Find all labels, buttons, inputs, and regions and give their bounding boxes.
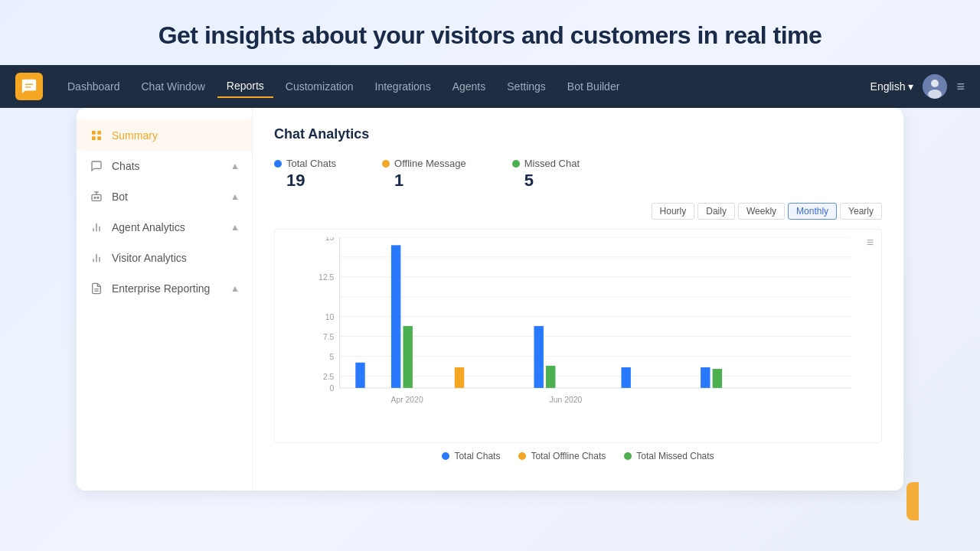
legend-total-chats-label: Total Chats [454,451,500,461]
svg-text:5: 5 [330,353,335,361]
time-btn-weekly[interactable]: Weekly [738,203,785,220]
bot-chevron: ▲ [230,191,240,202]
time-filter-row: Hourly Daily Weekly Monthly Yearly [274,203,882,220]
chart-svg: 15 12.5 10 7.5 5 2.5 0 [305,237,874,412]
total-chats-value: 19 [274,171,336,191]
agent-analytics-chevron: ▲ [230,222,240,233]
total-chats-label: Total Chats [286,158,336,169]
logo-icon [15,73,43,100]
nav-chat-window[interactable]: Chat Window [132,76,214,97]
hero-title: Get insights about your visitors and cus… [0,0,980,65]
content-area: Chat Analytics Total Chats 19 Offline Me… [253,108,903,491]
menu-icon[interactable]: ≡ [956,79,965,95]
bar-offline-orange [455,367,464,388]
missed-chat-dot [512,160,520,168]
legend-total-offline-chats: Total Offline Chats [518,451,606,461]
offline-message-label: Offline Message [394,158,466,169]
nav-integrations[interactable]: Integrations [366,76,440,97]
time-btn-monthly[interactable]: Monthly [788,203,837,220]
bar-far-blue-1 [701,367,710,388]
svg-text:Jun 2020: Jun 2020 [550,396,583,404]
sidebar-agent-analytics-label: Agent Analytics [112,221,185,233]
legend-total-chats: Total Chats [442,451,500,461]
stat-offline-message: Offline Message 1 [382,158,466,191]
nav-bot-builder[interactable]: Bot Builder [558,76,629,97]
svg-point-1 [931,80,939,87]
language-label: English [871,80,906,93]
chart-menu-icon[interactable]: ≡ [867,236,874,249]
sidebar-enterprise-reporting-label: Enterprise Reporting [112,282,210,295]
sidebar-item-enterprise-reporting[interactable]: Enterprise Reporting ▲ [77,273,252,304]
legend-total-chats-dot [442,452,449,460]
sidebar-item-visitor-analytics[interactable]: Visitor Analytics [77,243,252,273]
bar-apr-blue-tall [391,245,400,388]
svg-text:0: 0 [330,384,335,393]
bar-jun-blue-1 [534,326,543,388]
enterprise-reporting-icon [89,281,104,296]
chats-icon [89,158,104,174]
nav-reports[interactable]: Reports [217,75,273,98]
svg-text:7.5: 7.5 [323,333,335,341]
missed-chat-value: 5 [512,171,580,191]
svg-text:Apr 2020: Apr 2020 [391,396,423,404]
user-avatar[interactable] [923,74,947,99]
sidebar-item-summary[interactable]: Summary [77,120,252,151]
nav-items: Dashboard Chat Window Reports Customizat… [58,75,871,98]
language-selector[interactable]: English ▾ [871,80,914,93]
svg-point-9 [97,197,99,198]
stat-missed-chat: Missed Chat 5 [512,158,580,191]
offline-message-dot [382,160,390,168]
summary-icon [89,128,104,143]
time-btn-daily[interactable]: Daily [697,203,735,220]
svg-rect-5 [92,136,96,140]
legend-missed-dot [624,452,632,460]
time-btn-yearly[interactable]: Yearly [840,203,882,220]
chats-chevron: ▲ [230,161,240,171]
svg-text:2.5: 2.5 [323,373,335,381]
svg-text:10: 10 [325,313,335,321]
sidebar-chats-label: Chats [112,160,140,172]
legend-offline-label: Total Offline Chats [531,451,606,461]
svg-text:12.5: 12.5 [318,273,334,282]
visitor-analytics-icon [89,250,104,266]
svg-point-2 [928,90,942,99]
bar-jun-green-1 [546,366,555,388]
language-chevron: ▾ [908,80,913,93]
sidebar-summary-label: Summary [112,129,158,142]
bot-icon [89,189,104,204]
sidebar-item-bot[interactable]: Bot ▲ [77,181,252,212]
total-chats-dot [274,160,282,168]
hero-section: Get insights about your visitors and cus… [0,0,980,65]
nav-customization[interactable]: Customization [276,76,363,97]
svg-rect-3 [92,131,96,135]
navbar-logo[interactable] [15,73,43,100]
chart-container: ≡ 15 12.5 10 7.5 5 2.5 0 [274,229,882,443]
orange-accent [906,482,919,520]
navbar: Dashboard Chat Window Reports Customizat… [0,65,980,108]
stats-row: Total Chats 19 Offline Message 1 Missed … [274,158,882,191]
sidebar-visitor-analytics-label: Visitor Analytics [112,252,187,264]
svg-rect-4 [97,131,101,135]
time-btn-hourly[interactable]: Hourly [652,203,695,220]
enterprise-reporting-chevron: ▲ [230,283,240,294]
section-title: Chat Analytics [274,126,882,142]
nav-agents[interactable]: Agents [443,76,495,97]
bar-right-blue-1 [621,367,630,388]
bar-far-green-1 [713,369,722,388]
svg-point-8 [94,197,96,198]
bar-apr-green [403,326,412,388]
nav-dashboard[interactable]: Dashboard [58,76,129,97]
stat-total-chats: Total Chats 19 [274,158,336,191]
navbar-right: English ▾ ≡ [871,74,965,99]
sidebar-item-chats[interactable]: Chats ▲ [77,151,252,181]
nav-settings[interactable]: Settings [498,76,555,97]
agent-analytics-icon [89,220,104,235]
legend-missed-label: Total Missed Chats [636,451,714,461]
sidebar-bot-label: Bot [112,191,128,203]
bar-apr-blue-1 [355,363,364,388]
chart-legend: Total Chats Total Offline Chats Total Mi… [274,451,882,461]
sidebar-item-agent-analytics[interactable]: Agent Analytics ▲ [77,212,252,243]
svg-rect-6 [97,136,101,140]
svg-rect-7 [92,194,101,201]
svg-text:15: 15 [325,237,335,242]
